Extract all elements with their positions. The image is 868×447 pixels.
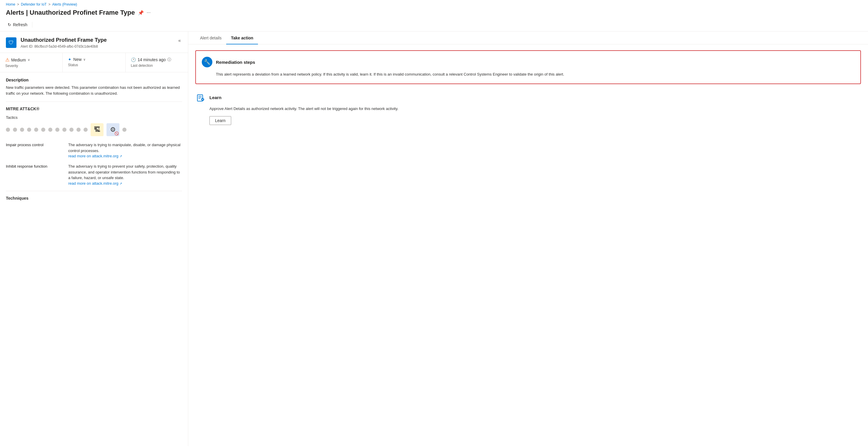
learn-header: Learn [195,92,861,103]
detection-top: 🕐 14 minutes ago ⓘ [131,57,183,62]
refresh-label: Refresh [13,22,27,27]
description-title: Description [6,77,182,82]
tactic-desc-2: The adversary is trying to prevent your … [68,163,182,181]
tactic-desc-1: The adversary is trying to manipulate, d… [68,142,182,154]
learn-description: Approve Alert Details as authorized netw… [195,106,861,112]
page-title-row: Alerts | Unauthorized Profinet Frame Typ… [0,8,868,20]
alert-id: Alert ID: 86cfbccf-5a3d-4549-afbc-07d3c1… [21,44,107,49]
status-label: Status [68,63,120,67]
external-link-icon-1: ↗ [119,154,122,158]
refresh-button[interactable]: ↻ Refresh [6,21,29,28]
remediation-title: Remediation steps [216,60,255,65]
tactic-dot-6 [41,128,45,132]
mitre-link-1[interactable]: read more on attack.mitre.org [68,154,119,158]
pin-icon[interactable]: 📌 [138,10,144,15]
tactic-dot-11 [76,128,81,132]
tactic-dot-5 [34,128,38,132]
status-spinner-icon: ✦ [68,57,71,62]
tactic-info-1: The adversary is trying to manipulate, d… [68,142,182,158]
toolbar-divider [32,22,32,28]
right-content: 🔧 Remediation steps This alert represent… [188,44,868,131]
tactic-dot-4 [27,128,31,132]
tactic-dot-2 [13,128,17,132]
tab-take-action[interactable]: Take action [226,31,258,44]
breadcrumb-alerts[interactable]: Alerts (Preview) [52,2,77,6]
time-icon: 🕐 [131,57,136,62]
detection-info-icon: ⓘ [167,57,171,62]
status-meta-item: ✦ New ∨ Status [63,53,125,72]
breadcrumb-sep2: > [48,2,50,6]
tactic-dot-13 [122,128,126,132]
remediation-card: 🔧 Remediation steps This alert represent… [195,50,861,84]
tactic-row-2: Inhibit response function The adversary … [6,163,182,186]
left-content: Description New traffic parameters were … [0,72,188,446]
mitre-link-2[interactable]: read more on attack.mitre.org [68,181,119,186]
tactic-dot-3 [20,128,24,132]
status-value: New [73,57,82,62]
detection-meta-item: 🕐 14 minutes ago ⓘ Last detection [126,53,188,72]
tactic-name-2: Inhibit response function [6,163,65,168]
alert-title: Unauthorized Profinet Frame Type [21,37,107,43]
status-top: ✦ New ∨ [68,57,120,62]
status-dropdown-icon[interactable]: ∨ [83,58,86,61]
tactics-label: Tactics [6,115,182,120]
severity-warning-icon: ⚠ [5,57,9,63]
page-title: Alerts | Unauthorized Profinet Frame Typ… [6,9,135,17]
learn-button[interactable]: Learn [210,116,231,125]
detection-value: 14 minutes ago [138,57,166,62]
remediation-header: 🔧 Remediation steps [202,57,855,67]
description-text: New traffic parameters were detected. Th… [6,85,182,96]
tactic-info-2: The adversary is trying to prevent your … [68,163,182,186]
external-link-icon-2: ↗ [119,182,122,185]
severity-dropdown-icon[interactable]: ∨ [28,58,30,62]
alert-meta: ⚠ Medium ∨ Severity ✦ New ∨ Status 🕐 14 … [0,53,188,72]
refresh-icon: ↻ [8,22,11,27]
tab-alert-details[interactable]: Alert details [195,31,226,44]
right-panel: Alert details Take action 🔧 Remediation … [188,31,868,446]
breadcrumb-sep1: > [17,2,19,6]
learn-section: Learn Approve Alert Details as authorize… [195,92,861,125]
tactic-name-1: Impair process control [6,142,65,147]
learn-book-icon [196,94,205,102]
severity-value: Medium [11,58,26,62]
severity-label: Severity [5,64,57,68]
remediation-icon: 🔧 [202,57,212,67]
severity-top: ⚠ Medium ∨ [5,57,57,63]
section-divider-1 [6,101,182,102]
breadcrumb-defender[interactable]: Defender for IoT [21,2,46,6]
toolbar: ↻ Refresh [0,20,868,31]
tactic-active-icon-1: 🏗 [91,123,103,136]
alert-title-block: Unauthorized Profinet Frame Type Alert I… [21,37,107,49]
tactic-active-icon-2: ⚙ 🚫 [106,123,119,136]
tabs-bar: Alert details Take action [188,31,868,44]
tactic-row-1: Impair process control The adversary is … [6,142,182,158]
alert-shield-icon: 🛡 [6,37,17,48]
breadcrumb: Home > Defender for IoT > Alerts (Previe… [0,0,868,8]
severity-meta-item: ⚠ Medium ∨ Severity [0,53,63,72]
techniques-title: Techniques [6,196,182,200]
alert-header-left: 🛡 Unauthorized Profinet Frame Type Alert… [6,37,107,49]
mitre-title: MITRE ATT&CK® [6,106,182,111]
collapse-button[interactable]: « [177,37,182,44]
breadcrumb-home[interactable]: Home [6,2,15,6]
tactics-dots-row: 🏗 ⚙ 🚫 [6,123,182,136]
tactic-dot-12 [84,128,88,132]
left-panel: 🛡 Unauthorized Profinet Frame Type Alert… [0,31,188,446]
tactic-dot-7 [48,128,52,132]
alert-header: 🛡 Unauthorized Profinet Frame Type Alert… [0,31,188,53]
tactic-dot-10 [69,128,73,132]
detection-label: Last detection [131,64,183,68]
tactic-dot-9 [62,128,66,132]
tactic-dot-8 [55,128,59,132]
ellipsis-icon[interactable]: ··· [147,10,151,15]
learn-icon [195,92,206,103]
remediation-description: This alert represents a deviation from a… [202,71,855,77]
learn-title: Learn [210,95,221,100]
main-layout: 🛡 Unauthorized Profinet Frame Type Alert… [0,31,868,446]
tactic-dot-1 [6,128,10,132]
